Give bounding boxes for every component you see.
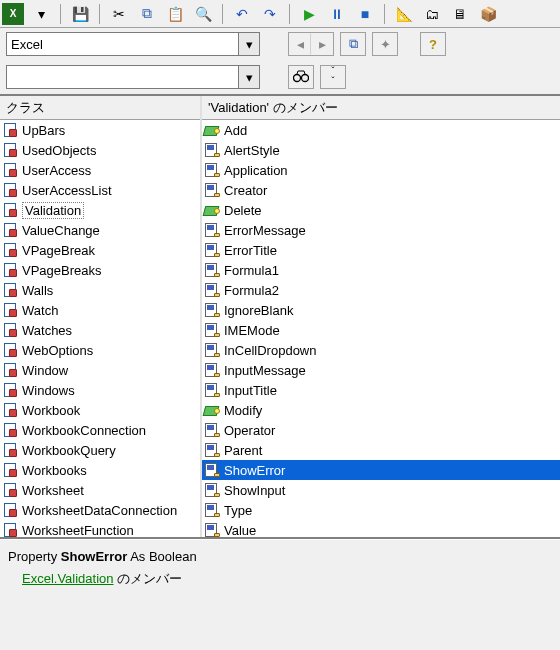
chevron-down-icon[interactable]: ▾ — [238, 32, 260, 56]
list-item[interactable]: ShowInput — [202, 480, 560, 500]
list-item[interactable]: UpBars — [0, 120, 200, 140]
list-item[interactable]: VPageBreaks — [0, 260, 200, 280]
item-label: WorksheetFunction — [22, 523, 134, 538]
redo-icon[interactable]: ↷ — [259, 3, 281, 25]
show-results-button[interactable]: ˇˇ — [320, 65, 346, 89]
properties-icon[interactable]: 🖥 — [449, 3, 471, 25]
item-label: UserAccessList — [22, 183, 112, 198]
list-item[interactable]: Watch — [0, 300, 200, 320]
list-item[interactable]: ValueChange — [0, 220, 200, 240]
nav-forward-button[interactable]: ▸ — [311, 33, 333, 55]
list-item[interactable]: InputTitle — [202, 380, 560, 400]
list-item[interactable]: Application — [202, 160, 560, 180]
list-item[interactable]: ErrorMessage — [202, 220, 560, 240]
design-icon[interactable]: 📐 — [393, 3, 415, 25]
copy-definition-button[interactable]: ⧉ — [340, 32, 366, 56]
object-browser-icon[interactable]: 📦 — [477, 3, 499, 25]
copy-icon[interactable]: ⧉ — [136, 3, 158, 25]
list-item[interactable]: Operator — [202, 420, 560, 440]
class-icon — [2, 382, 18, 398]
prop-icon — [204, 182, 220, 198]
list-item[interactable]: Parent — [202, 440, 560, 460]
parent-class-link[interactable]: Excel.Validation — [22, 571, 114, 586]
item-label: Creator — [224, 183, 267, 198]
class-icon — [2, 242, 18, 258]
list-item[interactable]: WorksheetDataConnection — [0, 500, 200, 520]
list-item[interactable]: Delete — [202, 200, 560, 220]
help-button[interactable]: ? — [420, 32, 446, 56]
browser-main: クラス UpBarsUsedObjectsUserAccessUserAcces… — [0, 94, 560, 539]
list-item[interactable]: InCellDropdown — [202, 340, 560, 360]
classes-list[interactable]: UpBarsUsedObjectsUserAccessUserAccessLis… — [0, 120, 200, 537]
chevron-down-icon[interactable]: ▾ — [238, 65, 260, 89]
list-item[interactable]: IgnoreBlank — [202, 300, 560, 320]
list-item[interactable]: ErrorTitle — [202, 240, 560, 260]
nav-back-button[interactable]: ◂ — [289, 33, 311, 55]
list-item[interactable]: Value — [202, 520, 560, 537]
pause-icon[interactable]: ⏸ — [326, 3, 348, 25]
search-button[interactable] — [288, 65, 314, 89]
stop-icon[interactable]: ■ — [354, 3, 376, 25]
list-item[interactable]: Type — [202, 500, 560, 520]
excel-icon[interactable]: X — [2, 3, 24, 25]
prop-icon — [204, 242, 220, 258]
list-item[interactable]: InputMessage — [202, 360, 560, 380]
list-item[interactable]: Windows — [0, 380, 200, 400]
classes-header-label: クラス — [6, 99, 45, 117]
list-item[interactable]: Workbooks — [0, 460, 200, 480]
list-item[interactable]: Add — [202, 120, 560, 140]
list-item[interactable]: Validation — [0, 200, 200, 220]
prop-icon — [204, 162, 220, 178]
item-label: UsedObjects — [22, 143, 96, 158]
list-item[interactable]: ShowError — [202, 460, 560, 480]
list-item[interactable]: VPageBreak — [0, 240, 200, 260]
list-item[interactable]: AlertStyle — [202, 140, 560, 160]
library-nav-row: ▾ ◂ ▸ ⧉ ✦ ? — [0, 28, 560, 60]
item-label: Add — [224, 123, 247, 138]
run-icon[interactable]: ▶ — [298, 3, 320, 25]
class-icon — [2, 442, 18, 458]
find-icon[interactable]: 🔍 — [192, 3, 214, 25]
class-icon — [2, 522, 18, 537]
item-label: Formula1 — [224, 263, 279, 278]
list-item[interactable]: UserAccessList — [0, 180, 200, 200]
list-item[interactable]: Window — [0, 360, 200, 380]
search-combo[interactable]: ▾ — [6, 65, 260, 89]
item-label: Formula2 — [224, 283, 279, 298]
dropdown-icon[interactable]: ▾ — [30, 3, 52, 25]
item-label: ErrorTitle — [224, 243, 277, 258]
item-label: ShowInput — [224, 483, 285, 498]
list-item[interactable]: Creator — [202, 180, 560, 200]
list-item[interactable]: WorkbookConnection — [0, 420, 200, 440]
save-icon[interactable]: 💾 — [69, 3, 91, 25]
item-label: IMEMode — [224, 323, 280, 338]
list-item[interactable]: Formula2 — [202, 280, 560, 300]
class-icon — [2, 322, 18, 338]
library-combo-input[interactable] — [6, 32, 238, 56]
paste-icon[interactable]: 📋 — [164, 3, 186, 25]
list-item[interactable]: WorksheetFunction — [0, 520, 200, 537]
view-definition-button[interactable]: ✦ — [372, 32, 398, 56]
list-item[interactable]: UsedObjects — [0, 140, 200, 160]
prop-icon — [204, 462, 220, 478]
list-item[interactable]: WorkbookQuery — [0, 440, 200, 460]
item-label: Workbooks — [22, 463, 87, 478]
classes-pane: クラス UpBarsUsedObjectsUserAccessUserAcces… — [0, 96, 202, 537]
list-item[interactable]: WebOptions — [0, 340, 200, 360]
members-list[interactable]: AddAlertStyleApplicationCreatorDeleteErr… — [202, 120, 560, 537]
class-icon — [2, 122, 18, 138]
project-icon[interactable]: 🗂 — [421, 3, 443, 25]
library-combo[interactable]: ▾ — [6, 32, 260, 56]
list-item[interactable]: Watches — [0, 320, 200, 340]
list-item[interactable]: Walls — [0, 280, 200, 300]
list-item[interactable]: Workbook — [0, 400, 200, 420]
undo-icon[interactable]: ↶ — [231, 3, 253, 25]
search-input[interactable] — [6, 65, 238, 89]
list-item[interactable]: UserAccess — [0, 160, 200, 180]
list-item[interactable]: Worksheet — [0, 480, 200, 500]
list-item[interactable]: Formula1 — [202, 260, 560, 280]
cut-icon[interactable]: ✂ — [108, 3, 130, 25]
list-item[interactable]: IMEMode — [202, 320, 560, 340]
list-item[interactable]: Modify — [202, 400, 560, 420]
item-label: WorkbookQuery — [22, 443, 116, 458]
